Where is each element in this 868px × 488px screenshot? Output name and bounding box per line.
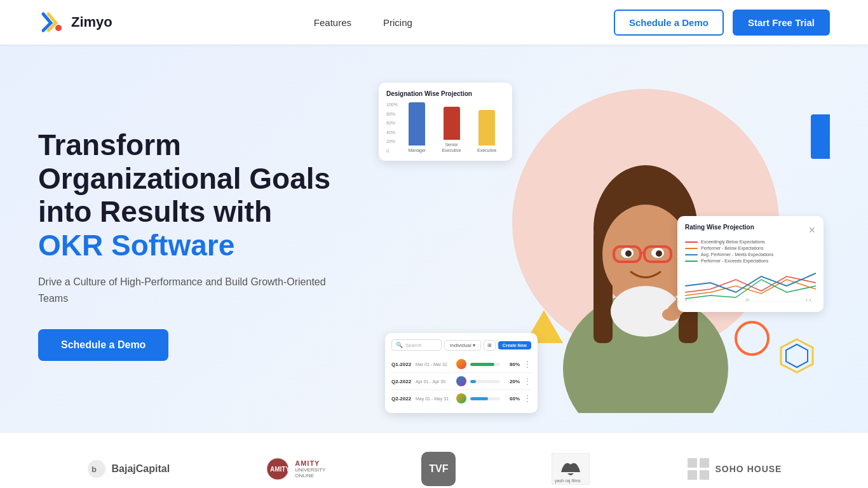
tvf-text: TVF <box>429 463 448 475</box>
search-icon: 🔍 <box>396 342 403 348</box>
svg-text:20: 20 <box>745 298 750 302</box>
client-amity: AMITY AMITY UNIVERSITY ONLINE <box>266 457 325 481</box>
zimyo-logo-icon <box>38 9 65 36</box>
legend-below: Performer - Below Expectations <box>685 246 816 250</box>
legend-meets: Avg. Performer - Meets Expectations <box>685 252 816 257</box>
logo-text: Zimyo <box>71 14 112 30</box>
amity-name: AMITY UNIVERSITY ONLINE <box>295 459 325 478</box>
hero-subtext: Drive a Culture of High-Performance and … <box>38 274 343 306</box>
bajaj-icon: b <box>86 459 107 479</box>
clients-section: b BajajCapital AMITY AMITY UNIVERSITY ON… <box>0 432 868 488</box>
svg-point-13 <box>625 250 632 257</box>
client-sohohouse: SOHO HOUSE <box>686 457 782 481</box>
chart2-close[interactable]: ✕ <box>808 225 816 235</box>
chart2-title: Rating Wise Projection <box>685 224 754 231</box>
designation-projection-chart: Designation Wise Projection 020%40%60%80… <box>379 83 512 161</box>
okr-quarter-2: Q2-2022 <box>391 379 412 384</box>
hero-heading-line2: Organizational Goals <box>38 162 330 195</box>
svg-point-16 <box>662 308 680 321</box>
hero-heading-blue: OKR Software <box>38 229 234 262</box>
okr-pct-1: 80% <box>504 362 520 367</box>
chart2-legend: Exceedingly Below Expectations Performer… <box>685 240 816 263</box>
svg-text:AMITY: AMITY <box>270 466 290 473</box>
okr-filter-button[interactable]: ⊞ <box>484 340 496 351</box>
chart2-svg: 0 1.4 20 <box>685 267 816 302</box>
blue-rect-decoration <box>811 114 830 159</box>
okr-row-1: Q1-2022 Mar 01 - Mar 31 80% ⋮ <box>391 356 531 373</box>
rating-projection-chart: Rating Wise Projection ✕ Exceedingly Bel… <box>677 216 824 312</box>
okr-progress-3 <box>470 397 500 400</box>
hero-visuals: Designation Wise Projection 020%40%60%80… <box>372 76 830 413</box>
hero-section: Transform Organizational Goals into Resu… <box>0 44 868 432</box>
svg-point-14 <box>656 250 662 257</box>
hero-heading-line3: into Results with <box>38 195 272 228</box>
hero-cta-button[interactable]: Schedule a Demo <box>38 329 168 361</box>
hero-heading-line1: Transform <box>38 128 181 161</box>
client-yashraj: yash raj films <box>552 453 590 485</box>
amity-icon: AMITY <box>266 457 290 481</box>
logo: Zimyo <box>38 9 112 36</box>
okr-dots-2[interactable]: ⋮ <box>524 377 531 386</box>
okr-create-new-button[interactable]: Create New <box>498 341 531 349</box>
okr-date-2: Apr 01 - Apr 30 <box>416 379 452 384</box>
okr-pct-3: 60% <box>504 396 520 402</box>
sohohouse-name: SOHO HOUSE <box>715 464 782 474</box>
sohohouse-icon <box>686 457 710 481</box>
start-trial-button[interactable]: Start Free Trial <box>733 10 830 36</box>
schedule-demo-button[interactable]: Schedule a Demo <box>614 10 724 36</box>
hexagon-decoration <box>778 337 816 375</box>
okr-pct-2: 20% <box>504 379 520 384</box>
svg-rect-31 <box>700 458 709 468</box>
okr-dots-1[interactable]: ⋮ <box>524 360 531 369</box>
svg-rect-33 <box>700 470 709 480</box>
nav-links: Features Pricing <box>314 17 412 28</box>
client-tvf: TVF <box>421 452 456 486</box>
svg-text:b: b <box>92 464 97 474</box>
svg-text:1.4: 1.4 <box>806 298 811 302</box>
bar-executive: Executive <box>477 110 496 153</box>
okr-avatar-1 <box>456 359 466 369</box>
okr-quarter-1: Q1-2022 <box>391 362 412 367</box>
okr-search-row: 🔍 Search Individual ▾ ⊞ Create New <box>391 339 531 351</box>
okr-search-box[interactable]: 🔍 Search <box>391 339 442 351</box>
nav-pricing[interactable]: Pricing <box>383 17 412 28</box>
chart1-y-axis: 020%40%60%80%100% <box>386 102 398 153</box>
okr-progress-2 <box>470 380 500 383</box>
okr-dots-3[interactable]: ⋮ <box>524 394 531 403</box>
okr-progress-1 <box>470 363 500 366</box>
hero-left: Transform Organizational Goals into Resu… <box>38 128 343 362</box>
legend-exceedingly-below: Exceedingly Below Expectations <box>685 240 816 244</box>
okr-avatar-2 <box>456 376 466 386</box>
client-bajaj: b BajajCapital <box>86 459 170 479</box>
svg-rect-30 <box>688 458 697 468</box>
okr-date-3: May 01 - May 31 <box>416 396 452 401</box>
bar-senior-executive: SeniorExecutive <box>442 107 461 153</box>
svg-rect-32 <box>688 470 697 480</box>
chart1-title: Designation Wise Projection <box>386 90 505 97</box>
nav-actions: Schedule a Demo Start Free Trial <box>614 10 830 36</box>
bar-manager: Manager <box>409 102 426 153</box>
svg-marker-23 <box>786 344 808 367</box>
svg-text:yash raj films: yash raj films <box>555 478 581 484</box>
hero-heading: Transform Organizational Goals into Resu… <box>38 128 343 263</box>
okr-search-placeholder: Search <box>405 342 421 348</box>
yashraj-icon: yash raj films <box>552 453 590 485</box>
okr-table-card: 🔍 Search Individual ▾ ⊞ Create New Q1-20… <box>385 333 538 413</box>
okr-quarter-3: Q2-2022 <box>391 396 412 402</box>
okr-dropdown[interactable]: Individual ▾ <box>444 340 481 351</box>
okr-dropdown-label: Individual <box>450 342 471 348</box>
svg-point-0 <box>55 25 62 31</box>
okr-avatar-3 <box>456 393 466 403</box>
okr-row-2: Q2-2022 Apr 01 - Apr 30 20% ⋮ <box>391 373 531 390</box>
svg-point-24 <box>88 460 105 478</box>
okr-row-3: Q2-2022 May 01 - May 31 60% ⋮ <box>391 390 531 407</box>
chart1-bars: Manager SeniorExecutive Executive <box>400 102 505 153</box>
okr-date-1: Mar 01 - Mar 31 <box>416 362 452 367</box>
bajaj-name: BajajCapital <box>112 463 170 475</box>
navbar: Zimyo Features Pricing Schedule a Demo S… <box>0 0 868 44</box>
nav-features[interactable]: Features <box>314 17 351 28</box>
legend-exceeds: Performer - Exceeds Expectations <box>685 259 816 263</box>
